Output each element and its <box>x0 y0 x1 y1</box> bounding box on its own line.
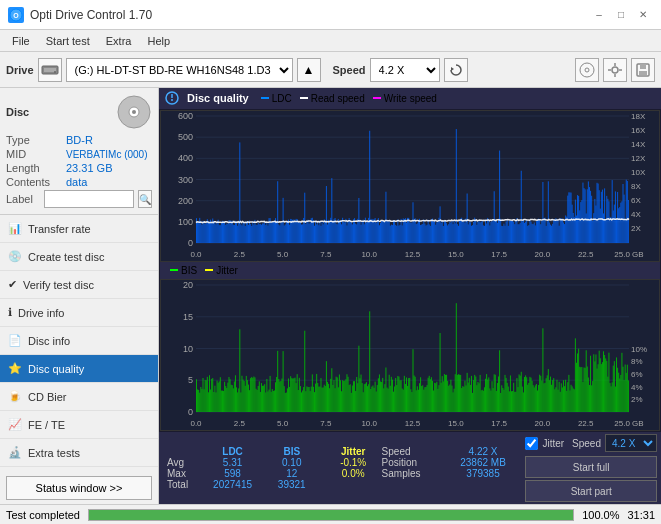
status-window-button[interactable]: Status window >> <box>6 476 152 500</box>
sidebar-item-drive-info[interactable]: ℹ Drive info <box>0 299 158 327</box>
save-button[interactable] <box>631 58 655 82</box>
start-part-button[interactable]: Start part <box>525 480 657 502</box>
main-layout: Disc Type BD-R MID VERBATIMc (000) Lengt… <box>0 88 661 504</box>
menu-help[interactable]: Help <box>139 33 178 49</box>
disc-image-icon <box>116 94 152 130</box>
speed-col-header: Speed <box>378 446 445 457</box>
position-value: 23862 MB <box>445 457 522 468</box>
svg-rect-15 <box>639 71 647 75</box>
max-ldc: 598 <box>199 468 266 479</box>
sidebar-item-disc-quality[interactable]: ⭐ Disc quality <box>0 355 158 383</box>
speed-select[interactable]: 4.2 X 8 X 12 X 16 X <box>370 58 440 82</box>
disc-length-row: Length 23.31 GB <box>6 162 152 174</box>
disc-section: Disc Type BD-R MID VERBATIMc (000) Lengt… <box>0 88 158 215</box>
disc-label-row: Label 🔍 <box>6 190 152 208</box>
verify-test-label: Verify test disc <box>23 279 94 291</box>
stats-header-row: LDC BIS Jitter Speed 4.22 X <box>163 446 521 457</box>
sidebar-item-fe-te[interactable]: 📈 FE / TE <box>0 411 158 439</box>
disc-info-icon: 📄 <box>8 334 22 347</box>
disc-header: Disc <box>6 94 152 130</box>
svg-point-7 <box>585 68 589 72</box>
window-controls: – □ ✕ <box>589 5 653 25</box>
status-window-label: Status window >> <box>36 482 123 494</box>
drive-toolbar: Drive (G:) HL-DT-ST BD-RE WH16NS48 1.D3 … <box>0 52 661 88</box>
sidebar-item-transfer-rate[interactable]: 📊 Transfer rate <box>0 215 158 243</box>
svg-rect-14 <box>640 64 646 69</box>
disc-type-value: BD-R <box>66 134 152 146</box>
stats-table: LDC BIS Jitter Speed 4.22 X Avg 5.31 0.1… <box>163 446 521 490</box>
disc-title: Disc <box>6 106 29 118</box>
total-ldc: 2027415 <box>199 479 266 490</box>
disc-label-label: Label <box>6 193 40 205</box>
verify-test-icon: ✔ <box>8 278 17 291</box>
speed-display-label: Speed <box>572 438 601 449</box>
max-label: Max <box>163 468 199 479</box>
svg-marker-5 <box>451 67 454 71</box>
sidebar-item-create-test-disc[interactable]: 💿 Create test disc <box>0 243 158 271</box>
disc-quality-icon: ⭐ <box>8 362 22 375</box>
menu-starttest[interactable]: Start test <box>38 33 98 49</box>
svg-point-18 <box>132 110 136 114</box>
svg-text:O: O <box>13 12 19 19</box>
chart-header: Disc quality LDC Read speed Write speed <box>159 88 661 109</box>
ldc-chart-canvas <box>161 111 659 261</box>
ldc-col-header: LDC <box>199 446 266 457</box>
drive-icon <box>38 58 62 82</box>
statusbar: Test completed 100.0% 31:31 <box>0 504 661 524</box>
disc-type-row: Type BD-R <box>6 134 152 146</box>
speed-value-display: 4.22 X <box>445 446 522 457</box>
stats-bar: LDC BIS Jitter Speed 4.22 X Avg 5.31 0.1… <box>159 432 661 504</box>
disc-button[interactable] <box>575 58 599 82</box>
drive-select[interactable]: (G:) HL-DT-ST BD-RE WH16NS48 1.D3 <box>66 58 293 82</box>
svg-point-4 <box>54 71 56 73</box>
disc-info-label: Disc info <box>28 335 70 347</box>
avg-jitter: -0.1% <box>329 457 378 468</box>
legend-readspeed: Read speed <box>300 93 365 104</box>
start-full-button[interactable]: Start full <box>525 456 657 478</box>
sidebar-item-extra-tests[interactable]: 🔬 Extra tests <box>0 439 158 467</box>
jitter-checkbox[interactable] <box>525 437 538 450</box>
jitter-checkbox-row: Jitter Speed 4.2 X <box>525 434 657 452</box>
stats-max-row: Max 598 12 0.0% Samples 379385 <box>163 468 521 479</box>
app-title: Opti Drive Control 1.70 <box>30 8 152 22</box>
position-label: Position <box>378 457 445 468</box>
minimize-button[interactable]: – <box>589 5 609 25</box>
label-search-button[interactable]: 🔍 <box>138 190 152 208</box>
bottom-chart-area <box>160 279 660 431</box>
legend-ldc: LDC <box>261 93 292 104</box>
menu-file[interactable]: File <box>4 33 38 49</box>
chart-title: Disc quality <box>187 92 249 104</box>
bis-jitter-legend: BIS Jitter <box>170 265 238 276</box>
titlebar-left: O Opti Drive Control 1.70 <box>8 7 152 23</box>
sidebar-item-disc-info[interactable]: 📄 Disc info <box>0 327 158 355</box>
disc-length-value: 23.31 GB <box>66 162 152 174</box>
sidebar-item-verify-test-disc[interactable]: ✔ Verify test disc <box>0 271 158 299</box>
max-jitter: 0.0% <box>329 468 378 479</box>
svg-point-21 <box>171 99 173 101</box>
speed-select-stats[interactable]: 4.2 X <box>605 434 657 452</box>
disc-type-label: Type <box>6 134 66 146</box>
refresh-button[interactable] <box>444 58 468 82</box>
disc-mid-row: MID VERBATIMc (000) <box>6 148 152 160</box>
eject-button[interactable]: ▲ <box>297 58 321 82</box>
start-buttons-area: Jitter Speed 4.2 X Start full Start part <box>525 434 657 502</box>
sidebar-item-cd-bier[interactable]: 🍺 CD Bier <box>0 383 158 411</box>
disc-mid-label: MID <box>6 148 66 160</box>
fe-te-icon: 📈 <box>8 418 22 431</box>
menu-extra[interactable]: Extra <box>98 33 140 49</box>
sidebar: Disc Type BD-R MID VERBATIMc (000) Lengt… <box>0 88 159 504</box>
label-input[interactable] <box>44 190 134 208</box>
maximize-button[interactable]: □ <box>611 5 631 25</box>
create-test-icon: 💿 <box>8 250 22 263</box>
close-button[interactable]: ✕ <box>633 5 653 25</box>
total-bis: 39321 <box>266 479 317 490</box>
top-chart-area <box>160 110 660 262</box>
avg-label: Avg <box>163 457 199 468</box>
disc-mid-value: VERBATIMc (000) <box>66 149 152 160</box>
progress-percent: 100.0% <box>582 509 619 521</box>
legend-jitter: Jitter <box>205 265 238 276</box>
disc-contents-value: data <box>66 176 152 188</box>
avg-bis: 0.10 <box>266 457 317 468</box>
settings-button[interactable] <box>603 58 627 82</box>
transfer-rate-icon: 📊 <box>8 222 22 235</box>
